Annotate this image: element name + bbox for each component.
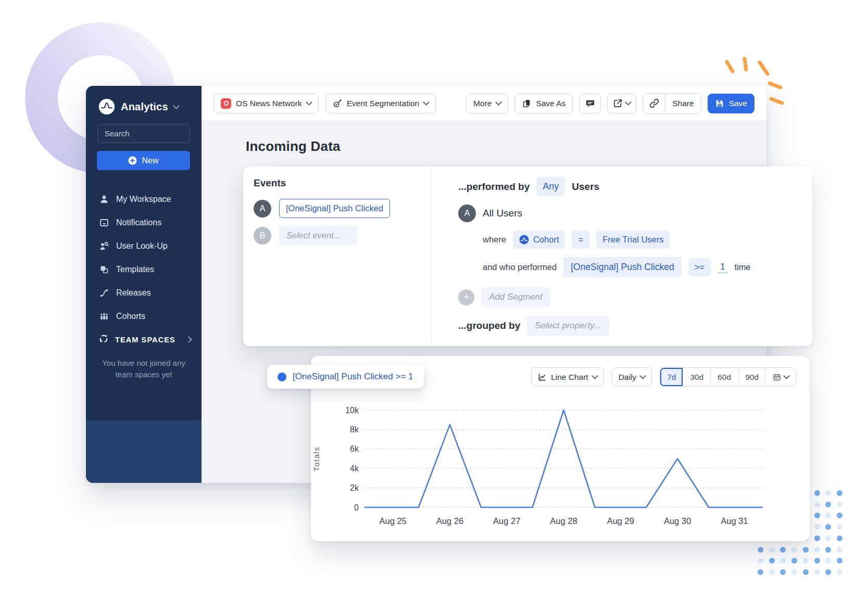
svg-text:6k: 6k <box>350 444 359 453</box>
cohort-icon <box>519 235 529 245</box>
share-label: Share <box>672 99 694 108</box>
sidebar-item-my-workspace[interactable]: My Workspace <box>86 187 202 211</box>
segmentation-icon <box>333 99 342 108</box>
sidebar-footer-band <box>86 420 202 483</box>
event-row-a: A [OneSignal] Push Clicked <box>254 199 421 218</box>
sidebar-item-user-look-up[interactable]: User Look-Up <box>86 234 202 258</box>
add-segment-plus-icon[interactable]: + <box>458 289 474 305</box>
chevron-down-icon <box>423 99 430 106</box>
date-range-segmented-control: 7d 30d 60d 90d <box>660 367 796 387</box>
interval-button[interactable]: Daily <box>612 367 652 387</box>
app-name: Analytics <box>121 101 168 113</box>
svg-text:Aug 26: Aug 26 <box>436 516 463 526</box>
count-value-input[interactable]: 1 <box>718 262 727 273</box>
search-input[interactable] <box>104 129 209 138</box>
releases-icon <box>99 288 109 298</box>
sidebar-item-notifications[interactable]: Notifications <box>86 211 202 234</box>
chevron-down-icon <box>173 103 180 109</box>
event-select-b[interactable]: Select event... <box>279 226 357 245</box>
users-suffix: Users <box>572 181 599 193</box>
cohort-chip-label: Cohort <box>533 235 559 245</box>
events-heading: Events <box>254 177 421 189</box>
sidebar-item-templates[interactable]: Templates <box>86 258 202 281</box>
chevron-right-icon <box>185 336 192 343</box>
project-selector-label: OS News Network <box>236 99 302 108</box>
event-row-b: B Select event... <box>254 226 421 245</box>
events-panel: Events A [OneSignal] Push Clicked B Sele… <box>243 167 432 346</box>
toolbar: OS News Network Event Segmentation More <box>202 86 766 121</box>
range-option-30d[interactable]: 30d <box>683 368 711 386</box>
line-chart: 02k4k6k8k10kAug 25Aug 26Aug 27Aug 28Aug … <box>311 392 810 541</box>
range-option-7d[interactable]: 7d <box>660 368 683 386</box>
svg-text:Aug 30: Aug 30 <box>664 516 691 526</box>
sidebar-search[interactable] <box>97 124 190 143</box>
new-button[interactable]: New <box>97 151 190 170</box>
analytics-logo-icon <box>98 98 115 115</box>
svg-text:2k: 2k <box>350 483 359 492</box>
comparator-chip[interactable]: >= <box>688 258 711 276</box>
grouped-by-label: ...grouped by <box>458 320 520 331</box>
svg-text:10k: 10k <box>345 406 359 415</box>
sidebar-item-cohorts[interactable]: Cohorts <box>86 304 202 328</box>
chart-legend[interactable]: [OneSignal] Push Clicked >= 1 <box>267 365 424 389</box>
chart-type-label: Line Chart <box>551 373 588 382</box>
analysis-type-label: Event Segmentation <box>347 99 420 108</box>
interval-label: Daily <box>619 373 636 382</box>
toolbar-right-group: More Save As <box>466 93 754 114</box>
sidebar-item-releases[interactable]: Releases <box>86 281 202 304</box>
sidebar-item-team-spaces[interactable]: TEAM SPACES <box>86 328 202 351</box>
comment-button[interactable] <box>579 94 601 113</box>
team-spaces-label: TEAM SPACES <box>115 336 180 344</box>
performed-label: and who performed <box>483 262 557 272</box>
export-icon <box>613 98 623 108</box>
any-users-chip[interactable]: Any <box>536 177 565 196</box>
cohort-value-chip[interactable]: Free Trial Users <box>596 231 670 249</box>
svg-text:Aug 25: Aug 25 <box>379 516 406 526</box>
event-badge-a: A <box>254 200 271 218</box>
chevron-down-icon <box>625 99 632 106</box>
count-unit: time <box>734 262 750 272</box>
chart-type-button[interactable]: Line Chart <box>531 367 604 387</box>
share-button-group: Share <box>643 93 701 114</box>
segment-badge-a: A <box>458 204 476 222</box>
svg-text:Aug 31: Aug 31 <box>721 516 748 526</box>
save-as-button[interactable]: Save As <box>514 94 573 113</box>
chevron-down-icon <box>639 373 646 379</box>
svg-text:Aug 27: Aug 27 <box>493 516 520 526</box>
more-button[interactable]: More <box>466 94 508 113</box>
sidebar-item-label: Releases <box>116 288 151 298</box>
add-segment-button[interactable]: Add Segment <box>481 287 550 307</box>
svg-text:Aug 29: Aug 29 <box>607 516 634 526</box>
sidebar-item-label: Notifications <box>116 218 161 227</box>
app-logo-row[interactable]: Analytics <box>98 98 179 115</box>
decor-burst <box>719 49 791 112</box>
more-label: More <box>473 99 492 108</box>
cohort-property-chip[interactable]: Cohort <box>513 231 565 249</box>
performed-by-prefix: ...performed by <box>458 181 530 193</box>
project-selector-button[interactable]: OS News Network <box>213 94 319 113</box>
share-button[interactable]: Share <box>665 94 700 113</box>
user-icon <box>99 195 109 204</box>
chart-controls: Line Chart Daily 7d 30d 60d 90d <box>531 367 796 387</box>
chevron-down-icon <box>496 99 502 106</box>
svg-text:Aug 28: Aug 28 <box>550 516 577 526</box>
svg-text:8k: 8k <box>350 425 359 434</box>
event-select-a[interactable]: [OneSignal] Push Clicked <box>279 199 390 218</box>
screenshot-canvas: Analytics New <box>0 0 868 601</box>
calendar-icon <box>773 373 781 381</box>
range-option-60d[interactable]: 60d <box>711 368 738 386</box>
performed-by-row: ...performed by Any Users <box>458 177 812 196</box>
grouped-by-select[interactable]: Select property... <box>527 316 609 336</box>
copy-link-button[interactable] <box>643 94 665 113</box>
performed-event-chip[interactable]: [OneSignal] Push Clicked <box>563 257 681 277</box>
series-color-dot <box>278 373 286 381</box>
operator-chip[interactable]: = <box>572 231 589 249</box>
analysis-type-button[interactable]: Event Segmentation <box>325 94 436 113</box>
copy-icon <box>522 99 531 108</box>
templates-icon <box>99 265 109 274</box>
export-button[interactable] <box>607 94 636 113</box>
segment-name: All Users <box>483 208 522 219</box>
custom-date-range-option[interactable] <box>766 368 796 386</box>
range-option-90d[interactable]: 90d <box>738 368 766 386</box>
sidebar: Analytics New <box>86 86 202 483</box>
